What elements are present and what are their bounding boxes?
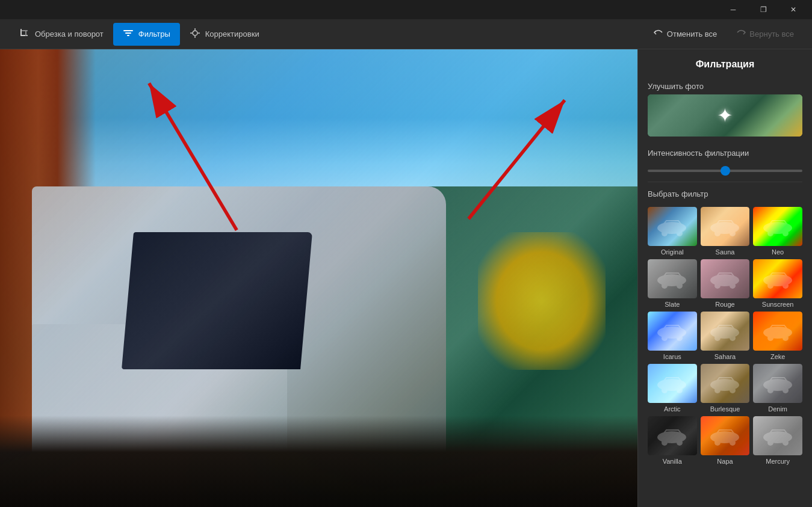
filter-section: Выбрать фильтр Original Sauna Neo Slate … [638, 182, 812, 475]
filter-label-original: Original [661, 248, 684, 256]
filter-item-icarus[interactable]: Icarus [648, 312, 697, 360]
filter-thumb-icarus [648, 312, 697, 351]
filter-item-sahara[interactable]: Sahara [701, 312, 750, 360]
undo-label: Отменить все [667, 29, 717, 38]
svg-point-48 [730, 387, 736, 393]
crop-tool[interactable]: Обрезка и поворот [10, 23, 113, 46]
filter-label-slate: Slate [665, 301, 680, 308]
filter-label-sunscreen: Sunscreen [762, 301, 794, 308]
filter-tool[interactable]: Фильтры [113, 23, 180, 46]
undo-icon [654, 28, 663, 40]
minimize-button[interactable]: ─ [719, 0, 747, 19]
redo-all-button[interactable]: Вернуть все [728, 23, 802, 45]
svg-point-42 [783, 335, 789, 341]
svg-point-53 [662, 440, 668, 446]
filter-thumb-sauna [701, 207, 750, 246]
filter-item-sauna[interactable]: Sauna [701, 207, 750, 256]
filter-thumb-mercury [753, 416, 802, 455]
filter-label-mercury: Mercury [766, 458, 790, 465]
main-area: Фильтрация Улучшить фото ✦ Интенсивность… [0, 49, 812, 507]
svg-point-23 [767, 230, 773, 236]
enhance-photo-bg: ✦ [648, 94, 802, 137]
svg-point-44 [662, 387, 668, 393]
crop-label: Обрезка и поворот [35, 29, 104, 38]
svg-point-33 [783, 283, 789, 289]
maximize-button[interactable]: ❐ [749, 0, 777, 19]
filter-item-slate[interactable]: Slate [648, 259, 697, 308]
filter-label-sauna: Sauna [716, 248, 735, 256]
svg-point-47 [714, 387, 721, 393]
filter-thumb-rouge [701, 259, 750, 298]
svg-point-54 [677, 440, 683, 446]
filter-icon [123, 28, 134, 41]
right-panel: Фильтрация Улучшить фото ✦ Интенсивность… [637, 49, 812, 507]
filter-item-sunscreen[interactable]: Sunscreen [753, 259, 802, 308]
svg-point-50 [767, 387, 773, 393]
wand-container: ✦ [648, 94, 802, 137]
svg-point-24 [783, 230, 789, 236]
svg-point-32 [767, 283, 773, 289]
titlebar: ─ ❐ ✕ [0, 0, 812, 19]
svg-point-45 [677, 387, 683, 393]
intensity-section [638, 161, 812, 182]
filter-thumb-original [648, 207, 697, 246]
svg-point-59 [767, 440, 773, 446]
svg-point-29 [714, 283, 721, 289]
filter-car-overlay-original [648, 207, 697, 246]
svg-point-60 [783, 440, 789, 446]
svg-rect-4 [123, 30, 133, 31]
filter-car-overlay-sauna [701, 207, 750, 246]
filter-thumb-zeke [753, 312, 802, 351]
adjust-tool[interactable]: Корректировки [180, 23, 269, 46]
filter-item-napa[interactable]: Napa [701, 416, 750, 465]
filter-item-burlesque[interactable]: Burlesque [701, 364, 750, 413]
crop-icon [19, 28, 30, 41]
filter-label-icarus: Icarus [663, 353, 681, 360]
svg-point-7 [193, 31, 197, 35]
close-button[interactable]: ✕ [779, 0, 807, 19]
filter-thumb-arctic [648, 364, 697, 403]
svg-point-57 [730, 440, 736, 446]
filter-item-arctic[interactable]: Arctic [648, 364, 697, 413]
undo-all-button[interactable]: Отменить все [645, 23, 726, 45]
filter-car-overlay-denim [753, 364, 802, 403]
svg-point-26 [662, 283, 668, 289]
svg-point-17 [662, 230, 668, 236]
image-area [0, 49, 637, 507]
filter-item-vanilla[interactable]: Vanilla [648, 416, 697, 465]
toolbar: Обрезка и поворот Фильтры Корректировки [0, 19, 812, 49]
filter-thumb-slate [648, 259, 697, 298]
svg-point-41 [767, 335, 773, 341]
filter-car-overlay-neo [753, 207, 802, 246]
filter-car-overlay-mercury [753, 416, 802, 455]
filter-label-arctic: Arctic [664, 405, 681, 413]
svg-point-30 [730, 283, 736, 289]
filter-thumb-napa [701, 416, 750, 455]
svg-point-36 [677, 335, 683, 341]
enhance-photo-button[interactable]: ✦ [648, 94, 802, 137]
filter-item-zeke[interactable]: Zeke [753, 312, 802, 360]
filter-thumb-vanilla [648, 416, 697, 455]
filter-label-denim: Denim [768, 405, 787, 413]
intensity-slider[interactable] [648, 170, 802, 172]
filter-item-mercury[interactable]: Mercury [753, 416, 802, 465]
filter-item-rouge[interactable]: Rouge [701, 259, 750, 308]
svg-point-39 [730, 335, 736, 341]
filter-item-denim[interactable]: Denim [753, 364, 802, 413]
svg-point-21 [730, 230, 736, 236]
magic-wand-icon: ✦ [717, 104, 733, 127]
filter-item-original[interactable]: Original [648, 207, 697, 256]
filter-car-overlay-zeke [753, 312, 802, 351]
svg-point-20 [714, 230, 721, 236]
filter-car-overlay-sahara [701, 312, 750, 351]
svg-rect-3 [22, 30, 28, 31]
enhance-section-label: Улучшить фото [638, 77, 812, 94]
filter-car-overlay-slate [648, 259, 697, 298]
filter-item-neo[interactable]: Neo [753, 207, 802, 256]
filter-label-zeke: Zeke [770, 353, 785, 360]
filter-label-vanilla: Vanilla [663, 458, 682, 465]
adjust-label: Корректировки [205, 29, 259, 38]
svg-rect-6 [127, 35, 129, 36]
svg-rect-5 [125, 32, 131, 34]
svg-point-56 [714, 440, 721, 446]
